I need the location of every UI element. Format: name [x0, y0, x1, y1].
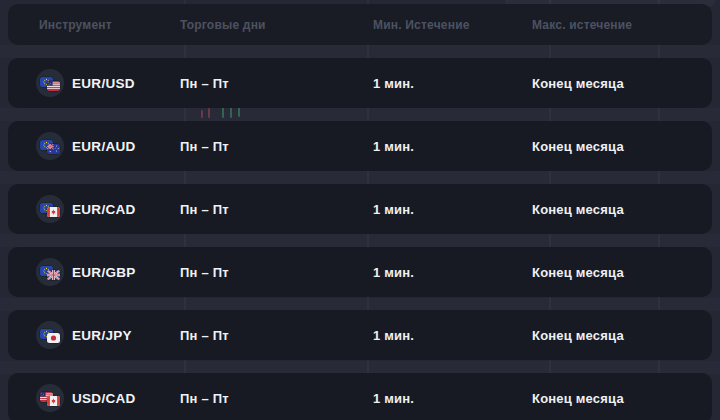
pair-label: EUR/AUD — [72, 139, 136, 154]
table-header: Инструмент Торговые дни Мин. Истечение М… — [8, 4, 712, 45]
trading-days-value: Пн – Пт — [180, 265, 373, 280]
table-row[interactable]: USD/CAD Пн – Пт 1 мин. Конец месяца — [8, 373, 712, 420]
table-row[interactable]: EUR/AUD Пн – Пт 1 мин. Конец месяца — [8, 121, 712, 171]
table-row[interactable]: EUR/JPY Пн – Пт 1 мин. Конец месяца — [8, 310, 712, 360]
pair-label: EUR/USD — [72, 76, 135, 91]
max-expiration-value: Конец месяца — [532, 328, 712, 343]
pair-label: EUR/CAD — [72, 202, 136, 217]
trading-days-value: Пн – Пт — [180, 202, 373, 217]
background-candlestick — [208, 108, 210, 118]
max-expiration-value: Конец месяца — [532, 139, 712, 154]
max-expiration-value: Конец месяца — [532, 265, 712, 280]
currency-pair-icon — [36, 321, 64, 349]
currency-pair-icon — [36, 195, 64, 223]
min-expiration-value: 1 мин. — [373, 391, 532, 406]
max-expiration-value: Конец месяца — [532, 76, 712, 91]
au-flag-icon — [47, 144, 60, 154]
jp-flag-icon — [47, 333, 60, 343]
min-expiration-value: 1 мин. — [373, 139, 532, 154]
min-expiration-value: 1 мин. — [373, 328, 532, 343]
min-expiration-value: 1 мин. — [373, 265, 532, 280]
ca-flag-icon — [47, 207, 60, 217]
us-flag-icon — [47, 81, 60, 91]
trading-days-value: Пн – Пт — [180, 328, 373, 343]
table-row[interactable]: EUR/GBP Пн – Пт 1 мин. Конец месяца — [8, 247, 712, 297]
pair-label: USD/CAD — [72, 391, 136, 406]
min-expiration-value: 1 мин. — [373, 202, 532, 217]
currency-pair-icon — [36, 258, 64, 286]
table-row[interactable]: EUR/CAD Пн – Пт 1 мин. Конец месяца — [8, 184, 712, 234]
currency-pair-icon — [36, 132, 64, 160]
gb-flag-icon — [47, 270, 60, 280]
min-expiration-value: 1 мин. — [373, 76, 532, 91]
currency-pair-icon — [36, 69, 64, 97]
pair-label: EUR/JPY — [72, 328, 132, 343]
max-expiration-value: Конец месяца — [532, 202, 712, 217]
background-candlestick — [201, 110, 203, 118]
max-expiration-value: Конец месяца — [532, 391, 712, 406]
column-header-max-expiration: Макс. истечение — [532, 18, 712, 32]
ca-flag-icon — [47, 396, 60, 406]
pair-label: EUR/GBP — [72, 265, 136, 280]
column-header-instrument: Инструмент — [39, 18, 180, 32]
trading-days-value: Пн – Пт — [180, 391, 373, 406]
column-header-trading-days: Торговые дни — [180, 18, 373, 32]
currency-pair-icon — [36, 384, 64, 412]
trading-days-value: Пн – Пт — [180, 76, 373, 91]
column-header-min-expiration: Мин. Истечение — [373, 18, 532, 32]
table-row[interactable]: EUR/USD Пн – Пт 1 мин. Конец месяца — [8, 58, 712, 108]
trading-days-value: Пн – Пт — [180, 139, 373, 154]
